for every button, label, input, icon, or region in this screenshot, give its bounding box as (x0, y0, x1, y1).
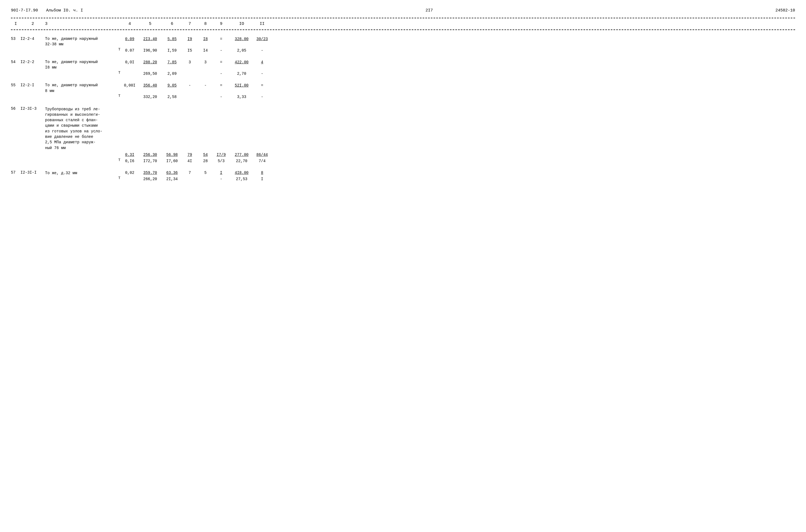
cell-9-bot: - (213, 94, 229, 100)
t-label: Т (45, 158, 121, 162)
cell-4-bot: 0.07 (121, 48, 138, 54)
cell-6 (163, 106, 182, 107)
cell-7-bot (182, 94, 198, 94)
cell-7: 3 (182, 59, 198, 65)
cell-8: 5 (198, 170, 213, 176)
cell-11 (254, 106, 270, 107)
row-desc: То же, диаметр наружный 32-38 мм (45, 36, 121, 47)
cell-10: 52I.00 (229, 82, 254, 89)
cell-11-bot: - (254, 71, 270, 77)
cell-9: I (213, 170, 229, 176)
row-code: I2-3I-I (20, 170, 45, 175)
col-header-2: 2 (20, 22, 45, 26)
cell-4-bot (121, 176, 138, 177)
cell-11-bot: I (254, 176, 270, 182)
cell-11-bot: - (254, 94, 270, 100)
cell-10: 328.00 (229, 36, 254, 42)
cell-8-bot (198, 94, 213, 94)
cell-4-top: 0.3I (121, 152, 138, 158)
album-title: Альбом IO. ч. I (46, 8, 83, 13)
cell-11-top: 86/44 (254, 152, 270, 158)
table-row: 56 I2-3I-3 Трубопроводы из треб ле- гиро… (11, 106, 795, 164)
row-num: 56 (11, 106, 20, 111)
page-number: 2I7 (83, 8, 775, 13)
cell-6-bot: 2I,34 (163, 176, 182, 182)
cell-5 (138, 106, 163, 107)
cell-5-bot: I72,70 (138, 158, 163, 164)
cell-11: 8 (254, 170, 270, 176)
t-label: Т (45, 94, 121, 98)
cell-6: 63.36 (163, 170, 182, 176)
cell-4 (121, 106, 138, 107)
cell-11: 4 (254, 59, 270, 65)
cell-9 (213, 106, 229, 107)
col-header-5: 5 (138, 22, 163, 26)
col-header-7: 7 (182, 22, 198, 26)
cell-10 (229, 106, 254, 107)
table-row: 55 I2-2-I То же, диаметр наружный 8 мм 0… (11, 82, 795, 100)
cell-7-bot (182, 176, 198, 177)
cell-5-bot: I96,90 (138, 48, 163, 54)
cell-4-bot: 0,I6 (121, 158, 138, 164)
cell-4: 0,00I (121, 82, 138, 89)
cell-6: 5.85 (163, 36, 182, 42)
cell-7-bot (182, 71, 198, 71)
cell-10: 422.00 (229, 59, 254, 65)
cell-7-top: 79 (182, 152, 198, 158)
cell-9: = (213, 82, 229, 89)
cell-9-bot: 5/3 (213, 158, 229, 164)
table-row: 57 I2-3I-I То же, д.32 мм 0,02 359.70 63… (11, 170, 795, 182)
cell-7: I9 (182, 36, 198, 42)
cell-5-top: 256.30 (138, 152, 163, 158)
col-header-11: II (254, 22, 270, 26)
cell-7: 7 (182, 170, 198, 176)
t-label: Т (45, 48, 121, 52)
cell-9-top: I7/9 (213, 152, 229, 158)
cell-8-top: 54 (198, 152, 213, 158)
col-header-8: 8 (198, 22, 213, 26)
col-header-6: 6 (163, 22, 182, 26)
cell-11-bot: - (254, 48, 270, 54)
col-header-10: IO (229, 22, 254, 26)
cell-6: 7.85 (163, 59, 182, 65)
cell-8-bot (198, 71, 213, 71)
cell-5-bot: 332,20 (138, 94, 163, 100)
row-num: 57 (11, 170, 20, 175)
row-num: 53 (11, 36, 20, 41)
cell-8 (198, 106, 213, 107)
cell-10-bot: 2,05 (229, 48, 254, 54)
cell-8-bot (198, 176, 213, 177)
cell-6-bot: 2,09 (163, 71, 182, 77)
row-desc: То же, диаметр наружный I8 мм (45, 59, 121, 71)
cell-5: 356.40 (138, 82, 163, 89)
cell-7 (182, 106, 198, 107)
col-header-3: 3 (45, 22, 121, 26)
header-bottom-divider (11, 30, 795, 30)
cell-5-bot: 266,20 (138, 176, 163, 182)
cell-8: I8 (198, 36, 213, 42)
row-code: I2-2-2 (20, 59, 45, 64)
cell-6-bot: I,59 (163, 48, 182, 54)
cell-9-bot: - (213, 48, 229, 54)
cell-9: = (213, 59, 229, 65)
cell-8: 3 (198, 59, 213, 65)
col-header-4: 4 (121, 22, 138, 26)
cell-10-bot: 3,33 (229, 94, 254, 100)
column-headers: I 2 3 4 5 6 7 8 9 IO II (11, 20, 795, 28)
cell-6-bot: 2,58 (163, 94, 182, 100)
cell-4: 0.09 (121, 36, 138, 42)
cell-9-bot: - (213, 71, 229, 77)
cell-10: 4I8.00 (229, 170, 254, 176)
cell-11: = (254, 82, 270, 89)
cell-7-bot: I5 (182, 48, 198, 54)
cell-6-bot: I7,60 (163, 158, 182, 164)
cell-8-bot: I4 (198, 48, 213, 54)
cell-7-bot: 4I (182, 158, 198, 164)
cell-9-bot: - (213, 176, 229, 182)
cell-5: 359.70 (138, 170, 163, 176)
row-desc: То же, д.32 мм (45, 170, 121, 176)
cell-5: 2I3.40 (138, 36, 163, 42)
row-num: 55 (11, 82, 20, 87)
row-num: 54 (11, 59, 20, 64)
row-code: I2-2-4 (20, 36, 45, 41)
